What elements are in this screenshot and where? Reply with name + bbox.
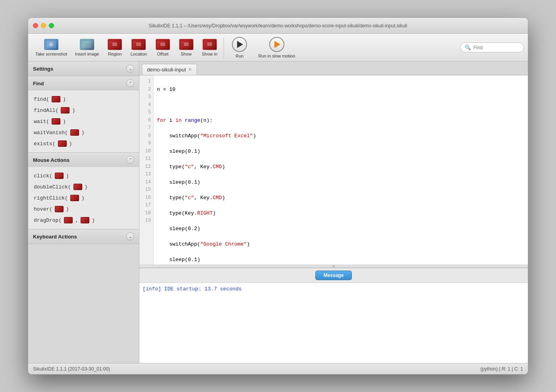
list-item[interactable]: findAll( ) — [28, 105, 139, 116]
mouse-section: Mouse Actions ⌃ click( ) doubleClick( ) — [28, 153, 139, 229]
play-icon — [237, 41, 243, 48]
status-bar: SikulixIDE 1.1.1 (2017-03-30_01:00) (pyt… — [28, 363, 528, 374]
keyboard-collapse[interactable]: ⌄ — [126, 233, 134, 240]
dragdrop-img2 — [81, 217, 89, 223]
mouse-header[interactable]: Mouse Actions ⌃ — [28, 153, 139, 167]
list-item[interactable]: exists( ) — [28, 138, 139, 149]
settings-title: Settings — [33, 66, 53, 72]
region-icon — [108, 39, 122, 50]
run-icon — [232, 37, 247, 52]
click-img — [55, 173, 64, 179]
list-item[interactable]: wait( ) — [28, 116, 139, 127]
message-btn-bar: Message — [139, 268, 528, 283]
offset-icon — [156, 39, 170, 50]
message-content: [info] IDE startup: 13.7 seconds — [139, 283, 528, 363]
line-numbers: 1 2 3 4 5 6 7 8 9 10 11 12 13 14 15 16 1 — [139, 75, 154, 265]
run-label: Run — [236, 54, 243, 58]
maximize-button[interactable] — [49, 23, 54, 28]
main-window: SikulixIDE 1.1.1 – /Users/wsy/Dropbox/va… — [28, 17, 528, 375]
tab-bar: demo-sikuli-input ✕ — [139, 61, 528, 75]
show-label: Show — [181, 52, 192, 56]
search-input[interactable] — [473, 45, 517, 50]
list-item[interactable]: rightClick( ) — [28, 192, 139, 204]
separator-1 — [224, 38, 224, 58]
close-button[interactable] — [33, 23, 38, 28]
screenshot-button[interactable]: Take screenshot — [32, 37, 70, 59]
minimize-button[interactable] — [41, 23, 46, 28]
search-box[interactable]: 🔍 — [460, 42, 524, 52]
search-icon: 🔍 — [465, 44, 471, 50]
exists-img — [58, 140, 67, 147]
message-button[interactable]: Message — [315, 271, 352, 280]
show-icon — [179, 39, 193, 50]
code-line: type(Key.RIGHT) — [157, 209, 525, 217]
play-slow-icon — [274, 41, 280, 48]
insert-icon — [80, 39, 94, 50]
keyboard-header[interactable]: Keyboard Actions ⌄ — [28, 229, 139, 244]
code-editor[interactable]: 1 2 3 4 5 6 7 8 9 10 11 12 13 14 15 16 1 — [139, 75, 528, 265]
region-button[interactable]: Region — [104, 37, 126, 59]
status-right: (python) | R: 1 | C: 1 — [480, 366, 523, 372]
code-line: type("c", Key.CMD) — [157, 163, 525, 171]
toolbar: Take screenshot Insert image Region Loca… — [28, 34, 528, 61]
dblclick-img — [73, 184, 82, 190]
keyboard-section: Keyboard Actions ⌄ — [28, 229, 139, 244]
run-slow-icon — [269, 37, 284, 52]
code-line: sleep(0.1) — [157, 256, 525, 264]
rightclick-img — [70, 195, 79, 201]
settings-collapse[interactable]: ⌄ — [126, 65, 134, 73]
code-line: n = 10 — [157, 86, 525, 94]
message-text: [info] IDE startup: 13.7 seconds — [143, 286, 242, 292]
sidebar: Settings ⌄ Find ⌃ find( ) find — [28, 61, 139, 363]
list-item[interactable]: dragDrop( , ) — [28, 215, 139, 226]
findall-img — [61, 107, 70, 113]
run-button[interactable]: Run — [227, 35, 252, 61]
code-line — [157, 101, 525, 109]
code-content[interactable]: n = 10 for i in range(n): switchApp("Mic… — [154, 75, 528, 265]
tab-close-button[interactable]: ✕ — [188, 67, 192, 72]
list-item[interactable]: click( ) — [28, 170, 139, 181]
find-header[interactable]: Find ⌃ — [28, 76, 139, 90]
list-item[interactable]: doubleClick( ) — [28, 181, 139, 192]
insert-label: Insert image — [75, 52, 99, 56]
list-item[interactable]: waitVanish( ) — [28, 127, 139, 138]
location-icon — [131, 39, 146, 50]
mouse-content: click( ) doubleClick( ) rightClick( ) — [28, 167, 139, 229]
code-line: sleep(0.2) — [157, 225, 525, 233]
message-panel: Message [info] IDE startup: 13.7 seconds — [139, 268, 528, 363]
showin-button[interactable]: Show in — [199, 37, 220, 59]
mouse-collapse[interactable]: ⌃ — [126, 156, 134, 164]
find-content: find( ) findAll( ) wait( ) — [28, 90, 139, 152]
settings-section: Settings ⌄ — [28, 61, 139, 76]
wait-img — [52, 118, 60, 125]
insert-image-button[interactable]: Insert image — [72, 37, 102, 59]
hover-img — [55, 206, 64, 212]
run-slow-button[interactable]: Run in slow motion — [253, 35, 300, 61]
showin-icon — [203, 39, 217, 50]
keyboard-title: Keyboard Actions — [33, 234, 77, 240]
location-button[interactable]: Location — [127, 37, 151, 59]
traffic-lights — [33, 23, 54, 28]
find-title: Find — [33, 81, 44, 86]
offset-button[interactable]: Offset — [152, 37, 174, 59]
settings-header[interactable]: Settings ⌄ — [28, 61, 139, 76]
list-item[interactable]: hover( ) — [28, 204, 139, 215]
editor-area: demo-sikuli-input ✕ 1 2 3 4 5 6 7 8 9 10 — [139, 61, 528, 363]
dragdrop-img1 — [64, 217, 73, 223]
code-line: sleep(0.1) — [157, 148, 525, 156]
scroll-divider — [139, 265, 528, 268]
screenshot-label: Take screenshot — [35, 52, 67, 56]
code-line: switchApp("Microsoft Excel") — [157, 132, 525, 140]
region-label: Region — [108, 52, 122, 56]
find-img-1 — [52, 96, 60, 102]
list-item[interactable]: find( ) — [28, 94, 139, 105]
run-slow-label: Run in slow motion — [258, 54, 295, 58]
find-collapse[interactable]: ⌃ — [126, 79, 134, 87]
code-line: type("c", Key.CMD) — [157, 194, 525, 202]
find-section: Find ⌃ find( ) findAll( ) wait( — [28, 76, 139, 153]
screenshot-icon — [44, 39, 58, 50]
editor-tab[interactable]: demo-sikuli-input ✕ — [142, 64, 197, 75]
show-button[interactable]: Show — [175, 37, 197, 59]
code-line: switchApp("Google Chrome") — [157, 240, 525, 248]
location-label: Location — [131, 52, 147, 56]
